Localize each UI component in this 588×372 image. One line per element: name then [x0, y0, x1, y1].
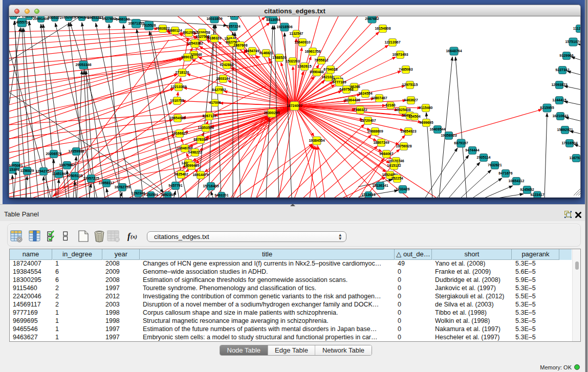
svg-text:9315301: 9315301 [9, 168, 19, 171]
svg-text:10973493: 10973493 [392, 53, 408, 56]
svg-text:7515526: 7515526 [142, 24, 156, 27]
svg-text:17957225: 17957225 [83, 177, 99, 180]
svg-text:2803144: 2803144 [216, 77, 230, 80]
svg-text:12505135: 12505135 [67, 174, 82, 178]
svg-text:8186328: 8186328 [207, 36, 221, 40]
svg-text:17016504: 17016504 [561, 141, 577, 145]
svg-text:(x): (x) [130, 233, 137, 240]
svg-text:7955812: 7955812 [314, 58, 328, 62]
svg-text:9245652: 9245652 [520, 188, 534, 191]
svg-text:154504: 154504 [408, 115, 420, 118]
svg-text:10025438: 10025438 [395, 108, 410, 112]
svg-text:1588520: 1588520 [272, 56, 286, 59]
svg-text:15751074: 15751074 [565, 40, 580, 43]
svg-text:16210643: 16210643 [552, 114, 568, 118]
svg-text:8660124: 8660124 [168, 29, 182, 32]
svg-text:10807487: 10807487 [371, 96, 387, 100]
svg-text:19166827: 19166827 [171, 132, 187, 135]
svg-text:14055714: 14055714 [14, 20, 30, 24]
svg-text:7485063: 7485063 [399, 68, 412, 71]
svg-text:12942757: 12942757 [35, 169, 51, 173]
svg-text:19756928: 19756928 [396, 144, 411, 148]
svg-text:16782759: 16782759 [114, 185, 130, 189]
svg-text:10653287: 10653287 [87, 16, 103, 19]
svg-text:1513613: 1513613 [361, 193, 375, 196]
svg-text:15136141: 15136141 [372, 184, 388, 187]
svg-text:12213967: 12213967 [384, 40, 400, 44]
svg-text:1905313: 1905313 [9, 16, 20, 17]
svg-text:9329966: 9329966 [559, 54, 573, 57]
svg-text:12975115: 12975115 [402, 83, 418, 86]
svg-text:15716485: 15716485 [203, 184, 219, 188]
svg-text:16543382: 16543382 [187, 41, 203, 45]
svg-text:8215955: 8215955 [540, 106, 554, 110]
svg-text:8267110: 8267110 [203, 114, 216, 118]
svg-text:7986322: 7986322 [353, 108, 367, 112]
svg-text:9146821: 9146821 [259, 51, 273, 55]
svg-text:18724007: 18724007 [287, 104, 302, 107]
svg-text:1292346: 1292346 [131, 191, 145, 195]
svg-text:7625402: 7625402 [174, 172, 188, 176]
svg-text:13353594: 13353594 [198, 126, 213, 129]
svg-text:252254: 252254 [391, 177, 403, 180]
svg-text:9463627: 9463627 [404, 98, 418, 102]
svg-text:989013: 989013 [181, 55, 193, 59]
svg-text:891295: 891295 [183, 31, 194, 34]
svg-text:19654923: 19654923 [400, 129, 416, 133]
svg-text:8454749: 8454749 [245, 49, 259, 53]
svg-text:10688609: 10688609 [367, 129, 383, 133]
svg-text:20364436: 20364436 [344, 98, 360, 102]
svg-text:8813054: 8813054 [266, 18, 280, 21]
svg-text:62160: 62160 [385, 103, 396, 107]
svg-text:1615132: 1615132 [387, 164, 401, 167]
svg-text:19218506: 19218506 [276, 25, 292, 29]
svg-text:1156829: 1156829 [20, 169, 34, 172]
svg-text:8990448: 8990448 [310, 70, 323, 74]
svg-text:7153594: 7153594 [144, 193, 158, 196]
svg-text:16961758: 16961758 [304, 50, 320, 53]
svg-text:19654985: 19654985 [169, 116, 185, 120]
svg-text:1167533: 1167533 [570, 156, 580, 160]
svg-text:29053346: 29053346 [75, 63, 91, 67]
svg-text:20691406: 20691406 [33, 17, 49, 20]
svg-text:8427552: 8427552 [212, 88, 226, 92]
svg-text:9474444: 9474444 [465, 148, 479, 152]
svg-text:15720407: 15720407 [360, 119, 376, 122]
svg-text:6794028: 6794028 [323, 68, 337, 71]
svg-text:1132547: 1132547 [290, 32, 303, 35]
svg-text:16914479: 16914479 [192, 173, 208, 177]
svg-text:2718126: 2718126 [175, 71, 189, 74]
svg-text:6497568: 6497568 [339, 87, 353, 91]
svg-text:6466160: 6466160 [116, 17, 129, 21]
svg-text:16648764: 16648764 [446, 49, 462, 53]
svg-text:13640910: 13640910 [294, 40, 310, 44]
svg-text:9699695: 9699695 [419, 121, 433, 124]
svg-text:8878334: 8878334 [193, 138, 207, 141]
svg-text:9457791: 9457791 [168, 184, 182, 187]
svg-text:19358923: 19358923 [441, 134, 456, 137]
svg-text:1652033: 1652033 [61, 16, 75, 19]
svg-text:12213369: 12213369 [170, 85, 186, 89]
svg-text:16154808: 16154808 [375, 27, 390, 30]
svg-text:25300295: 25300295 [264, 111, 279, 115]
svg-text:12093873: 12093873 [551, 83, 567, 86]
svg-text:1010755: 1010755 [170, 99, 184, 102]
svg-text:2935114: 2935114 [477, 156, 491, 159]
svg-text:10958117: 10958117 [99, 181, 115, 185]
svg-text:3498222: 3498222 [188, 150, 202, 154]
svg-text:9463201: 9463201 [214, 193, 228, 197]
svg-text:1733426: 1733426 [396, 187, 409, 191]
svg-text:19384554: 19384554 [309, 139, 324, 142]
svg-text:18807249: 18807249 [373, 141, 389, 144]
svg-text:1527602: 1527602 [102, 17, 116, 20]
svg-text:17359938: 17359938 [68, 149, 84, 153]
svg-text:3624554: 3624554 [358, 92, 372, 95]
svg-text:9223417: 9223417 [530, 193, 544, 196]
svg-text:9361754: 9361754 [227, 16, 241, 17]
svg-text:16409544: 16409544 [429, 127, 445, 131]
svg-text:9115460: 9115460 [419, 106, 433, 110]
svg-text:2867608: 2867608 [233, 43, 247, 47]
svg-text:1112480: 1112480 [573, 27, 580, 30]
svg-text:10046788: 10046788 [177, 146, 192, 150]
svg-text:15692971: 15692971 [557, 128, 573, 132]
